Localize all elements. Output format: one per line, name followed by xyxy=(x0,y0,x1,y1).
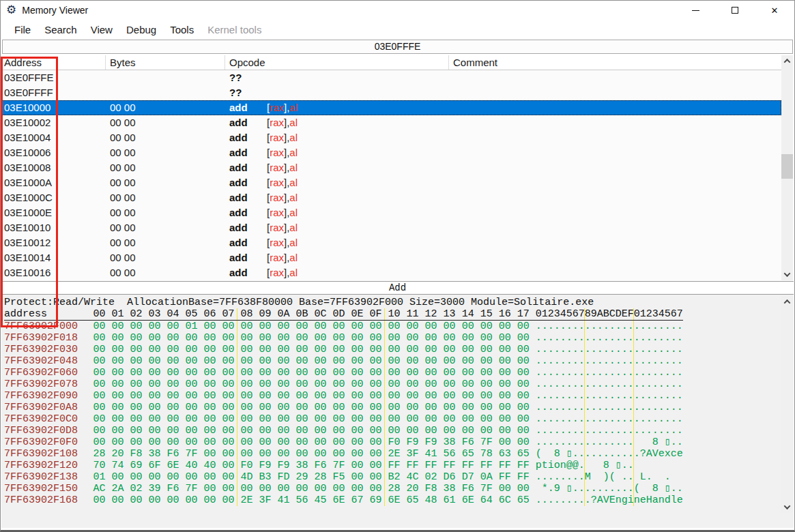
hex-bytes-group: 00 00 00 00 00 00 00 00 xyxy=(384,355,532,367)
column-header-comment[interactable]: Comment xyxy=(453,55,497,70)
hex-bytes-group: F0 F9 F9 38 F6 7F 00 00 xyxy=(384,437,532,448)
hex-ascii-group: L. . xyxy=(633,471,683,483)
scroll-down-icon[interactable] xyxy=(781,501,793,513)
disasm-opcode: add xyxy=(229,235,248,250)
disasm-row[interactable]: 03E0FFFE?? xyxy=(2,70,793,85)
hex-row[interactable]: 7FF63902F16800 00 00 00 00 00 00 002E 3F… xyxy=(4,494,794,506)
hex-ascii-group: .?AVexce xyxy=(633,448,683,460)
hex-row[interactable]: 7FF63902F10828 20 F8 38 F6 7F 00 0000 00… xyxy=(4,448,794,460)
menu-item-file[interactable]: File xyxy=(8,24,38,35)
hex-bytes-group: 01 00 00 00 00 00 00 00 xyxy=(90,471,237,483)
scroll-up-icon[interactable] xyxy=(781,55,793,67)
maximize-button[interactable] xyxy=(715,1,755,20)
hex-scrollbar[interactable] xyxy=(781,296,793,513)
hex-row[interactable]: 7FF63902F09000 00 00 00 00 00 00 0000 00… xyxy=(4,390,794,402)
hex-row[interactable]: 7FF63902F0C000 00 00 00 00 00 00 0000 00… xyxy=(4,413,794,425)
disasm-opcode: ?? xyxy=(229,70,242,85)
hex-ascii-group: ........ xyxy=(584,332,634,344)
disasm-row[interactable]: 03E1000600 00add[rax],al xyxy=(2,145,793,160)
disasm-row[interactable]: 03E1000A00 00add[rax],al xyxy=(2,175,793,190)
disasm-row[interactable]: 03E1000E00 00add[rax],al xyxy=(2,205,793,220)
hex-row[interactable]: 7FF63902F03000 00 00 00 00 00 00 0000 00… xyxy=(4,344,794,355)
hex-ascii-group: ........ xyxy=(536,494,585,506)
disasm-bytes: 00 00 xyxy=(110,160,136,175)
hex-row[interactable]: 7FF63902F0F000 00 00 00 00 00 00 0000 00… xyxy=(4,437,794,448)
hex-bytes-group: 00 00 00 00 00 00 00 00 xyxy=(90,425,237,437)
hex-row[interactable]: 7FF63902F150AC 2A 02 39 F6 7F 00 0000 00… xyxy=(4,483,794,494)
column-header-opcode[interactable]: Opcode xyxy=(229,55,265,70)
hex-bytes-group: 00 00 00 00 00 00 00 00 xyxy=(237,332,385,344)
hex-address: 7FF63902F0A8 xyxy=(4,402,90,413)
disasm-bytes: 00 00 xyxy=(110,100,136,115)
disasm-row[interactable]: 03E1000C00 00add[rax],al xyxy=(2,190,793,205)
disasm-column-header: Address Bytes Opcode Comment xyxy=(2,55,793,70)
disasm-row[interactable]: 03E1001000 00add[rax],al xyxy=(2,220,793,235)
close-button[interactable]: ✕ xyxy=(755,1,794,20)
disasm-scrollbar-thumb[interactable] xyxy=(781,154,793,179)
menu-item-debug[interactable]: Debug xyxy=(119,24,163,35)
symbol-bar[interactable]: Add xyxy=(1,281,794,295)
disasm-bytes: 00 00 xyxy=(110,235,136,250)
disasm-operand: [rax],al xyxy=(267,235,298,250)
hex-ascii-group: ........ xyxy=(633,379,683,390)
current-address-bar[interactable]: 03E0FFFE xyxy=(2,40,793,54)
column-header-bytes[interactable]: Bytes xyxy=(110,55,136,70)
hex-bytes-group: 28 20 F8 38 F6 7F 00 00 xyxy=(90,448,237,460)
disasm-opcode: add xyxy=(229,190,248,205)
hex-bytes-group: 00 00 00 00 00 00 00 00 xyxy=(237,437,385,448)
disasm-operand: [rax],al xyxy=(267,205,298,220)
hex-bytes-group: 00 00 00 00 00 00 00 00 xyxy=(384,379,532,390)
disasm-row[interactable]: 03E1001200 00add[rax],al xyxy=(2,235,793,250)
memory-viewer-window: ⚙ Memory Viewer ✕ File Search View Debug… xyxy=(0,0,795,532)
hex-ascii-group: ........ xyxy=(633,413,683,425)
hex-address: 7FF63902F000 xyxy=(4,321,90,332)
menu-item-view[interactable]: View xyxy=(84,24,119,35)
hex-row[interactable]: 7FF63902F0A800 00 00 00 00 00 00 0000 00… xyxy=(4,402,794,413)
hex-bytes-group: 00 00 00 00 00 00 00 00 xyxy=(237,379,385,390)
hex-bytes-group: 00 00 00 00 00 00 00 00 xyxy=(384,425,532,437)
disasm-bytes: 00 00 xyxy=(110,205,136,220)
hex-ascii-group: ........ xyxy=(633,321,683,332)
hex-ascii-group: ........ xyxy=(633,355,683,367)
hex-ascii-group xyxy=(633,460,683,471)
hex-bytes-group: 00 00 00 00 00 00 00 00 xyxy=(384,402,532,413)
hex-bytes-group: 00 00 00 00 00 00 00 00 xyxy=(237,448,385,460)
disasm-scrollbar[interactable] xyxy=(781,55,793,280)
minimize-button[interactable] xyxy=(676,1,715,20)
hex-row[interactable]: 7FF63902F01800 00 00 00 00 00 00 0000 00… xyxy=(4,332,794,344)
hex-row[interactable]: 7FF63902F07800 00 00 00 00 00 00 0000 00… xyxy=(4,379,794,390)
disasm-row[interactable]: 03E1001600 00add[rax],al xyxy=(2,265,793,280)
hex-ascii-group: ption@@. xyxy=(536,460,585,471)
hex-ascii-group: ........ xyxy=(536,355,585,367)
disasm-opcode: ?? xyxy=(229,85,242,100)
hex-ascii-group: ........ xyxy=(633,390,683,402)
disasm-row[interactable]: 03E1000200 00add[rax],al xyxy=(2,115,793,130)
column-header-address[interactable]: Address xyxy=(4,55,42,70)
hex-address: 7FF63902F138 xyxy=(4,471,90,483)
disasm-row[interactable]: 03E1000800 00add[rax],al xyxy=(2,160,793,175)
disasm-row[interactable]: 03E1000000 00add[rax],al xyxy=(2,100,781,115)
hex-address: 7FF63902F120 xyxy=(4,460,90,471)
hex-row[interactable]: 7FF63902F04800 00 00 00 00 00 00 0000 00… xyxy=(4,355,794,367)
menu-item-tools[interactable]: Tools xyxy=(163,24,201,35)
disasm-row[interactable]: 03E1000400 00add[rax],al xyxy=(2,130,793,145)
hex-address: 7FF63902F150 xyxy=(4,483,90,494)
scroll-up-icon[interactable] xyxy=(781,296,793,308)
menu-item-search[interactable]: Search xyxy=(38,24,84,35)
hex-row[interactable]: 7FF63902F06000 00 00 00 00 00 00 0000 00… xyxy=(4,367,794,379)
hex-row[interactable]: 7FF63902F0D800 00 00 00 00 00 00 0000 00… xyxy=(4,425,794,437)
hex-row[interactable]: 7FF63902F00000 00 00 00 00 01 00 0000 00… xyxy=(4,321,794,332)
hex-ascii-group: ........ xyxy=(536,390,585,402)
disasm-row[interactable]: 03E0FFFF?? xyxy=(2,85,793,100)
hex-row[interactable]: 7FF63902F12070 74 69 6F 6E 40 40 00F0 F9… xyxy=(4,460,794,471)
hex-row[interactable]: 7FF63902F13801 00 00 00 00 00 00 004D B3… xyxy=(4,471,794,483)
hex-ascii-group: ( 8 ▯.. xyxy=(633,483,683,494)
disasm-rows: 03E0FFFE??03E0FFFF??03E1000000 00add[rax… xyxy=(2,70,793,280)
scroll-down-icon[interactable] xyxy=(781,269,793,280)
disasm-row[interactable]: 03E1001400 00add[rax],al xyxy=(2,250,793,265)
hex-address: 7FF63902F0C0 xyxy=(4,413,90,425)
hex-ascii-group: 8 ▯.. xyxy=(584,460,634,471)
minimize-icon xyxy=(692,10,699,11)
hex-bytes-group: 00 00 00 00 00 00 00 00 xyxy=(90,379,237,390)
maximize-icon xyxy=(732,7,738,14)
